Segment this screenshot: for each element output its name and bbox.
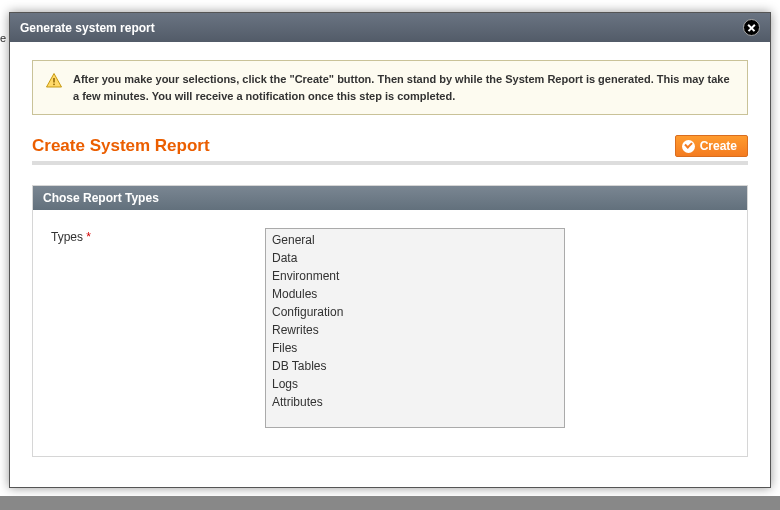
types-option[interactable]: Data	[266, 249, 564, 267]
types-multiselect[interactable]: GeneralDataEnvironmentModulesConfigurati…	[265, 228, 565, 428]
page-title: Create System Report	[32, 136, 210, 156]
notice-text: After you make your selections, click th…	[73, 71, 735, 104]
types-option[interactable]: Environment	[266, 267, 564, 285]
svg-rect-1	[53, 84, 55, 86]
svg-rect-0	[53, 78, 55, 83]
bottom-bar	[0, 496, 780, 510]
types-option[interactable]: Rewrites	[266, 321, 564, 339]
divider	[32, 161, 748, 165]
check-icon	[682, 140, 695, 153]
types-option[interactable]: Modules	[266, 285, 564, 303]
types-option[interactable]: Configuration	[266, 303, 564, 321]
report-types-section: Chose Report Types Types * GeneralDataEn…	[32, 185, 748, 457]
modal-header: Generate system report	[10, 13, 770, 42]
required-marker: *	[86, 230, 91, 244]
warning-icon	[45, 72, 63, 90]
notice-box: After you make your selections, click th…	[32, 60, 748, 115]
types-option[interactable]: Attributes	[266, 393, 564, 411]
stray-text: e	[0, 32, 6, 44]
types-option[interactable]: Logs	[266, 375, 564, 393]
types-option[interactable]: General	[266, 231, 564, 249]
close-icon[interactable]	[743, 19, 760, 36]
types-label: Types *	[51, 228, 251, 428]
section-header: Chose Report Types	[33, 186, 747, 210]
types-option[interactable]: Files	[266, 339, 564, 357]
generate-report-modal: Generate system report After you make yo…	[9, 12, 771, 488]
create-button-label: Create	[700, 139, 737, 153]
modal-title: Generate system report	[20, 21, 155, 35]
types-option[interactable]: DB Tables	[266, 357, 564, 375]
create-button[interactable]: Create	[675, 135, 748, 157]
